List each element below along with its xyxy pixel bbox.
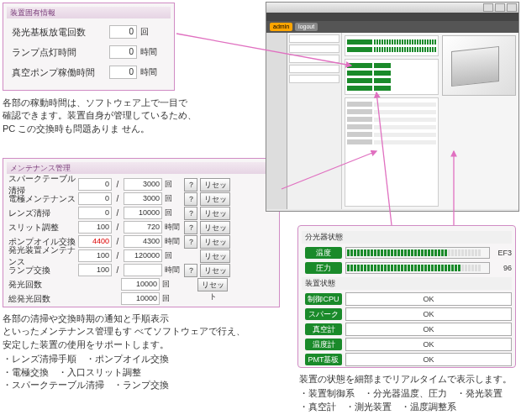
limit-value [124, 264, 162, 276]
reset-button[interactable]: リセット [200, 178, 230, 192]
maintenance-row: スリット調整100/720時間？リセット [7, 220, 276, 234]
info-row: 発光基板放電回数 0 回 [7, 22, 171, 42]
status-value: OK [345, 323, 512, 336]
status-row-press: 圧力 96 [302, 260, 512, 276]
row-unit: 時間 [137, 46, 166, 58]
status-row: 温度計OK [302, 337, 512, 352]
nav-list [287, 33, 342, 209]
list-item[interactable] [289, 34, 339, 43]
maintenance-row: 発光回数10000回リセット [7, 277, 276, 291]
limit-value: 120000 [124, 249, 162, 262]
current-value: 100 [78, 221, 112, 234]
row-label: 発光回数 [8, 279, 76, 291]
list-item[interactable] [289, 55, 339, 63]
reset-button[interactable]: リセット [200, 192, 230, 206]
unit-label: 時間 [165, 222, 182, 233]
maintenance-row: 発光装置メンテナンス100/120000回リセット [7, 249, 276, 263]
help-button[interactable]: ？ [184, 178, 197, 192]
status-label-chip: 制御CPU [305, 293, 342, 305]
press-chip: 圧力 [305, 262, 342, 274]
panel-title: 装置固有情報 [7, 7, 171, 18]
maintenance-row: スパークテーブル清掃0/3000回？リセット [7, 177, 276, 192]
bullet-item: スパークテーブル清掃 ・ランプ交換 [3, 379, 288, 391]
status-value: OK [345, 353, 512, 366]
row-label: レンズ清掃 [8, 207, 76, 219]
status-row: 真空計OK [302, 322, 512, 337]
caption-maintenance: 各部の清掃や交換時期の通知と手順表示 といったメンテナンス管理もす べてソフトウ… [3, 312, 288, 391]
current-value: 0 [78, 192, 112, 205]
minimize-icon[interactable] [483, 3, 493, 12]
limit-value: 720 [124, 221, 162, 234]
help-button[interactable]: ？ [184, 221, 197, 234]
temp-chip: 温度 [305, 247, 342, 259]
limit-value: 3000 [124, 178, 162, 191]
info-row: ランプ点灯時間 0 時間 [7, 42, 171, 62]
limit-value: 4300 [124, 235, 162, 248]
window-titlebar [266, 3, 518, 13]
bullet-item: 装置制御系 ・分光器温度、圧力 ・発光装置 [299, 387, 518, 400]
temp-bar [345, 247, 490, 259]
press-bar [345, 262, 490, 274]
section-label: 分光器状態 [302, 231, 512, 244]
maintenance-row: ランプ交換100/時間？リセット [7, 263, 276, 277]
software-screenshot: admin logout [266, 2, 519, 212]
temp-value: EF3 [493, 249, 512, 257]
reset-button[interactable]: リセット [200, 264, 230, 277]
status-row-temp: 温度 EF3 [302, 245, 512, 260]
status-label-chip: PMT基板 [305, 354, 342, 365]
unit-label: 回 [165, 250, 182, 261]
unit-label: 回 [162, 293, 179, 304]
status-value: OK [345, 307, 512, 321]
help-button[interactable]: ？ [184, 192, 197, 206]
reset-button[interactable]: リセット [200, 235, 230, 249]
section-label: 装置状態 [302, 277, 512, 290]
maintenance-panel: メンテナンス管理 スパークテーブル清掃0/3000回？リセット電極メンテナンス0… [3, 158, 280, 307]
reset-button[interactable]: リセット [200, 207, 230, 220]
unit-label: 回 [165, 207, 182, 218]
row-label: 電極メンテナンス [8, 193, 76, 205]
list-item[interactable] [289, 65, 339, 73]
row-value: 0 [109, 25, 137, 39]
status-value: OK [345, 338, 512, 351]
unit-label: 回 [165, 179, 182, 190]
close-icon[interactable] [507, 3, 517, 12]
status-row: PMT基板OK [302, 352, 512, 367]
press-value: 96 [493, 264, 512, 272]
row-label: ランプ点灯時間 [12, 46, 109, 59]
toolbar-button[interactable]: admin [270, 23, 292, 31]
list-item[interactable] [289, 75, 339, 83]
reset-button[interactable]: リセット [200, 249, 230, 263]
row-label: 総発光回数 [8, 293, 76, 305]
mini-ok-block [345, 59, 439, 95]
unit-label: 時間 [165, 236, 182, 247]
unit-label: 回 [162, 279, 179, 290]
unit-label: 時間 [165, 265, 182, 276]
current-value: 0 [78, 207, 112, 219]
mini-table-block [345, 97, 439, 207]
bullet-item: 電極交換 ・入口スリット調整 [3, 366, 288, 379]
toolbar: admin logout [266, 21, 518, 33]
current-value: 4400 [78, 235, 112, 248]
menubar [266, 13, 518, 21]
limit-value: 10000 [124, 207, 162, 219]
current-value: 0 [78, 178, 112, 191]
device-info-panel: 装置固有情報 発光基板放電回数 0 回 ランプ点灯時間 0 時間 真空ポンプ稼働… [3, 3, 175, 91]
row-label: ランプ交換 [8, 265, 76, 276]
help-button[interactable]: ？ [184, 264, 197, 277]
maximize-icon[interactable] [495, 3, 505, 12]
help-button[interactable]: ？ [184, 235, 197, 249]
mini-status-block [345, 35, 439, 56]
status-row: スパークテアOK [302, 307, 512, 322]
list-item[interactable] [289, 45, 339, 53]
reset-button[interactable]: リセット [200, 221, 230, 234]
row-value: 0 [109, 66, 137, 79]
toolbar-button[interactable]: logout [295, 23, 318, 31]
row-unit: 時間 [137, 66, 166, 78]
limit-value: 10000 [121, 278, 160, 291]
row-unit: 回 [137, 26, 166, 38]
help-button[interactable]: ？ [184, 207, 197, 220]
reset-button[interactable]: リセット [197, 278, 228, 291]
row-label: 真空ポンプ稼働時間 [12, 66, 109, 79]
caption-device-info: 各部の稼動時間は、ソフトウェア上で一目で 確認できます。装置自身が管理しているた… [3, 97, 255, 135]
maintenance-row: 総発光回数10000回 [7, 291, 276, 306]
